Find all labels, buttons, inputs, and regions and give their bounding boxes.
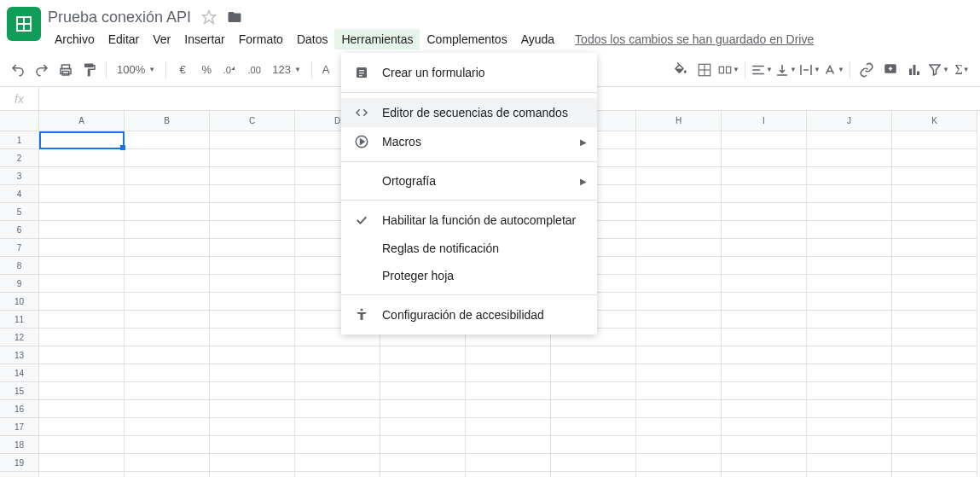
cell[interactable] bbox=[892, 257, 977, 275]
cell[interactable] bbox=[210, 221, 295, 239]
cell[interactable] bbox=[380, 472, 466, 477]
row-header[interactable]: 13 bbox=[0, 346, 39, 364]
cell[interactable] bbox=[125, 293, 210, 311]
cell[interactable] bbox=[210, 167, 295, 185]
cell[interactable] bbox=[722, 311, 807, 329]
row-header[interactable]: 4 bbox=[0, 185, 39, 203]
menu-item-ayuda[interactable]: Ayuda bbox=[514, 29, 561, 49]
cell[interactable] bbox=[722, 382, 807, 400]
cell[interactable] bbox=[807, 400, 892, 418]
cell[interactable] bbox=[466, 418, 551, 436]
cell[interactable] bbox=[39, 149, 125, 167]
row-header[interactable]: 10 bbox=[0, 293, 39, 311]
cell[interactable] bbox=[380, 436, 466, 454]
dropdown-item[interactable]: Ortografía▶ bbox=[341, 167, 597, 195]
row-header[interactable]: 5 bbox=[0, 203, 39, 221]
cell[interactable] bbox=[892, 418, 977, 436]
menu-item-formato[interactable]: Formato bbox=[232, 29, 290, 49]
cell[interactable] bbox=[722, 418, 807, 436]
cell[interactable] bbox=[722, 185, 807, 203]
select-all-corner[interactable] bbox=[0, 111, 39, 131]
cell[interactable] bbox=[722, 293, 807, 311]
cell[interactable] bbox=[636, 311, 722, 329]
column-header[interactable]: J bbox=[807, 111, 892, 131]
cell[interactable] bbox=[295, 346, 380, 364]
borders-button[interactable] bbox=[693, 59, 716, 81]
menu-item-editar[interactable]: Editar bbox=[101, 29, 147, 49]
cell[interactable] bbox=[807, 275, 892, 293]
column-header[interactable]: H bbox=[636, 111, 722, 131]
row-header[interactable]: 15 bbox=[0, 382, 39, 400]
cell[interactable] bbox=[807, 418, 892, 436]
cell[interactable] bbox=[807, 454, 892, 472]
sheets-logo[interactable] bbox=[7, 7, 41, 41]
increase-decimal-button[interactable]: .00 bbox=[243, 59, 265, 81]
cell[interactable] bbox=[210, 203, 295, 221]
menu-item-insertar[interactable]: Insertar bbox=[177, 29, 231, 49]
number-format-select[interactable]: 123▼ bbox=[267, 63, 306, 76]
text-rotation-button[interactable]: ▼ bbox=[822, 59, 844, 81]
cell[interactable] bbox=[125, 203, 210, 221]
row-header[interactable]: 1 bbox=[0, 131, 39, 149]
column-header[interactable]: K bbox=[892, 111, 977, 131]
dropdown-item[interactable]: Editor de secuencias de comandos bbox=[341, 98, 597, 127]
cell[interactable] bbox=[210, 400, 295, 418]
cell[interactable] bbox=[39, 346, 125, 364]
cell[interactable] bbox=[807, 221, 892, 239]
cell[interactable] bbox=[722, 149, 807, 167]
cell[interactable] bbox=[39, 239, 125, 257]
cell[interactable] bbox=[125, 275, 210, 293]
row-header[interactable]: 19 bbox=[0, 454, 39, 472]
cell[interactable] bbox=[892, 329, 977, 346]
cell[interactable] bbox=[551, 346, 636, 364]
row-header[interactable]: 7 bbox=[0, 239, 39, 257]
cell[interactable] bbox=[722, 167, 807, 185]
insert-link-button[interactable] bbox=[855, 59, 878, 81]
cell[interactable] bbox=[210, 311, 295, 329]
cell[interactable] bbox=[466, 364, 551, 382]
cell[interactable] bbox=[807, 364, 892, 382]
cell[interactable] bbox=[722, 203, 807, 221]
cell[interactable] bbox=[210, 275, 295, 293]
fill-color-button[interactable] bbox=[670, 59, 692, 81]
cell[interactable] bbox=[125, 185, 210, 203]
cell[interactable] bbox=[210, 418, 295, 436]
cell[interactable] bbox=[210, 293, 295, 311]
cell[interactable] bbox=[551, 454, 636, 472]
cell[interactable] bbox=[892, 346, 977, 364]
font-select[interactable]: A bbox=[317, 63, 335, 76]
dropdown-item[interactable]: Reglas de notificación bbox=[341, 235, 597, 262]
cell[interactable] bbox=[892, 167, 977, 185]
cell[interactable] bbox=[722, 131, 807, 149]
cell[interactable] bbox=[380, 454, 466, 472]
text-wrap-button[interactable]: ▼ bbox=[798, 59, 821, 81]
cell[interactable] bbox=[125, 382, 210, 400]
row-header[interactable]: 6 bbox=[0, 221, 39, 239]
row-header[interactable]: 20 bbox=[0, 472, 39, 477]
cell[interactable] bbox=[39, 275, 125, 293]
cell[interactable] bbox=[125, 436, 210, 454]
cell[interactable] bbox=[722, 221, 807, 239]
insert-chart-button[interactable] bbox=[903, 59, 925, 81]
cell[interactable] bbox=[380, 418, 466, 436]
cell[interactable] bbox=[39, 293, 125, 311]
cell[interactable] bbox=[892, 221, 977, 239]
cell[interactable] bbox=[636, 436, 722, 454]
cell[interactable] bbox=[636, 418, 722, 436]
cell[interactable] bbox=[295, 364, 380, 382]
dropdown-item[interactable]: Configuración de accesibilidad bbox=[341, 300, 597, 329]
cell[interactable] bbox=[466, 436, 551, 454]
menu-item-complementos[interactable]: Complementos bbox=[420, 29, 513, 49]
cell[interactable] bbox=[39, 382, 125, 400]
cell[interactable] bbox=[210, 239, 295, 257]
print-button[interactable] bbox=[55, 59, 77, 81]
cell[interactable] bbox=[551, 418, 636, 436]
cell[interactable] bbox=[722, 436, 807, 454]
row-header[interactable]: 18 bbox=[0, 436, 39, 454]
cell[interactable] bbox=[125, 418, 210, 436]
cell[interactable] bbox=[210, 257, 295, 275]
cell[interactable] bbox=[892, 203, 977, 221]
cell[interactable] bbox=[380, 382, 466, 400]
cell[interactable] bbox=[210, 454, 295, 472]
row-header[interactable]: 14 bbox=[0, 364, 39, 382]
